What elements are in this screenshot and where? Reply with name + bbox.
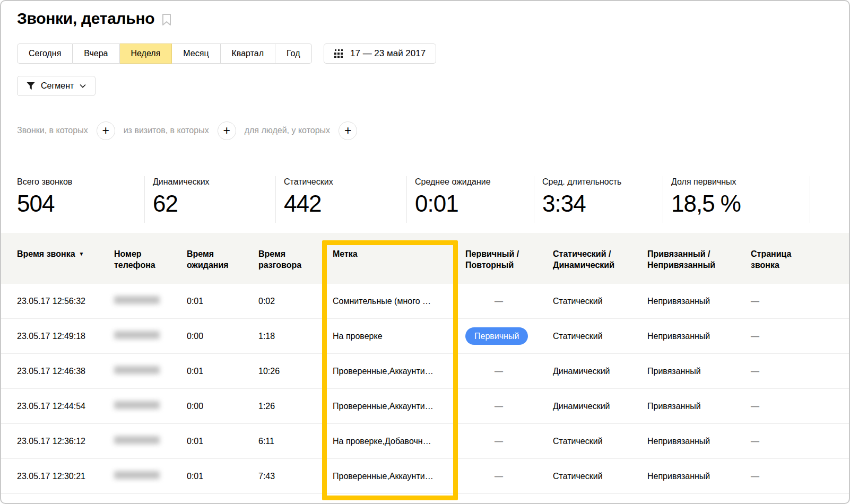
table-header-row: Время звонка▼ Номер телефона Время ожида… [1,233,849,284]
cell-primary: — [465,297,553,306]
col-header-call-time[interactable]: Время звонка▼ [17,248,114,284]
tab-today[interactable]: Сегодня [17,44,73,64]
date-range-picker[interactable]: 17 — 23 май 2017 [324,44,436,64]
cell-wait: 0:01 [187,437,258,446]
chevron-down-icon [80,84,86,88]
bookmark-icon[interactable] [162,13,171,26]
metric-primary-share-value: 18,5 % [671,190,810,217]
summary-metrics: Всего звонков 504 Динамических 62 Статич… [1,176,849,223]
metric-primary-share: Доля первичных 18,5 % [663,176,810,223]
cell-phone [114,296,187,306]
cell-label: На проверке,Добавочн… [333,437,465,446]
cell-type: Динамический [553,367,647,376]
funnel-icon [27,82,35,90]
cell-call-time: 23.05.17 12:30:21 [17,472,114,481]
col-header-primary-repeat[interactable]: Первичный / Повторный [465,248,553,284]
cell-talk: 6:11 [258,437,333,446]
metric-total-calls: Всего звонков 504 [1,176,145,223]
cell-linked: Привязанный [647,367,751,376]
col-header-static-dynamic[interactable]: Статический / Динамический [553,248,647,284]
col-header-label[interactable]: Метка [333,248,465,284]
app-window: Звонки, детально Сегодня Вчера Неделя Ме… [0,0,850,504]
phone-number-redacted [114,401,160,409]
phone-number-redacted [114,436,160,444]
calendar-icon [334,49,343,58]
cell-linked: Непривязанный [647,297,751,306]
table-row[interactable]: 23.05.17 12:49:18 0:00 1:18 На проверке … [1,319,849,354]
cell-talk: 1:26 [258,402,333,411]
cell-talk: 0:02 [258,297,333,306]
cell-label: На проверке [333,332,465,341]
cell-label: Сомнительные (много … [333,297,465,306]
cell-label: Проверенные,Аккаунти… [333,402,465,411]
segment-button[interactable]: Сегмент [17,76,96,96]
cell-phone [114,401,187,411]
filter-people-label: для людей, у которых [245,126,330,135]
period-tab-group: Сегодня Вчера Неделя Месяц Квартал Год [17,44,312,64]
filter-calls-label: Звонки, в которых [17,126,88,135]
col-header-linked[interactable]: Привязанный / Непривязанный [647,248,751,284]
cell-call-time: 23.05.17 12:56:32 [17,297,114,306]
col-header-phone[interactable]: Номер телефона [114,248,187,284]
cell-call-time: 23.05.17 12:46:38 [17,367,114,376]
cell-wait: 0:01 [187,472,258,481]
cell-talk: 7:43 [258,472,333,481]
tab-week[interactable]: Неделя [120,44,172,64]
cell-primary: — [465,472,553,481]
cell-page: — [751,367,833,376]
tab-yesterday[interactable]: Вчера [73,44,119,64]
date-range-label: 17 — 23 май 2017 [350,48,426,59]
table-row[interactable]: 23.05.17 12:36:12 0:01 6:11 На проверке,… [1,424,849,459]
add-people-filter-button[interactable]: + [339,121,357,140]
page-title: Звонки, детально [17,10,171,28]
table-row[interactable]: 23.05.17 12:46:38 0:01 10:26 Проверенные… [1,354,849,389]
table-row[interactable]: 23.05.17 12:44:54 0:00 1:26 Проверенные,… [1,389,849,424]
filter-visits-label: из визитов, в которых [124,126,209,135]
cell-call-time: 23.05.17 12:44:54 [17,402,114,411]
tab-year[interactable]: Год [275,44,311,64]
metric-avg-wait: Среднее ожидание 0:01 [407,176,534,223]
cell-linked: Непривязанный [647,332,751,341]
cell-page: — [751,297,833,306]
cell-primary: — [465,402,553,411]
cell-wait: 0:00 [187,402,258,411]
cell-linked: Непривязанный [647,472,751,481]
cell-page: — [751,402,833,411]
table-row[interactable]: 23.05.17 12:30:21 0:01 7:43 Проверенные,… [1,459,849,494]
cell-linked: Непривязанный [647,437,751,446]
cell-call-time: 23.05.17 12:36:12 [17,437,114,446]
phone-number-redacted [114,471,160,479]
cell-talk: 1:18 [258,332,333,341]
cell-type: Статический [553,437,647,446]
cell-type: Статический [553,472,647,481]
phone-number-redacted [114,331,160,339]
cell-type: Динамический [553,402,647,411]
col-header-call-page[interactable]: Страница звонка [751,248,833,284]
cell-linked: Привязанный [647,402,751,411]
phone-number-redacted [114,296,160,304]
col-header-talk-time[interactable]: Время разговора [258,248,333,284]
cell-phone [114,471,187,481]
cell-wait: 0:00 [187,332,258,341]
metric-dynamic: Динамических 62 [145,176,276,223]
col-header-wait-time[interactable]: Время ожидания [187,248,258,284]
cell-primary: Первичный [465,327,553,345]
sort-desc-icon: ▼ [79,251,84,257]
tab-quarter[interactable]: Квартал [221,44,275,64]
cell-phone [114,331,187,341]
page-title-text: Звонки, детально [17,10,154,28]
table-row[interactable]: 23.05.17 12:56:32 0:01 0:02 Сомнительные… [1,284,849,319]
cell-phone [114,436,187,446]
calls-table: Время звонка▼ Номер телефона Время ожида… [1,233,849,494]
cell-type: Статический [553,297,647,306]
tab-month[interactable]: Месяц [172,44,220,64]
metric-total-calls-value: 504 [17,190,144,217]
add-call-filter-button[interactable]: + [97,121,115,140]
segment-label: Сегмент [41,81,74,91]
metric-static-value: 442 [284,190,406,217]
metric-avg-duration: Сред. длительность 3:34 [534,176,663,223]
cell-page: — [751,332,833,341]
add-visit-filter-button[interactable]: + [218,121,236,140]
phone-number-redacted [114,366,160,374]
primary-call-badge: Первичный [465,327,528,345]
